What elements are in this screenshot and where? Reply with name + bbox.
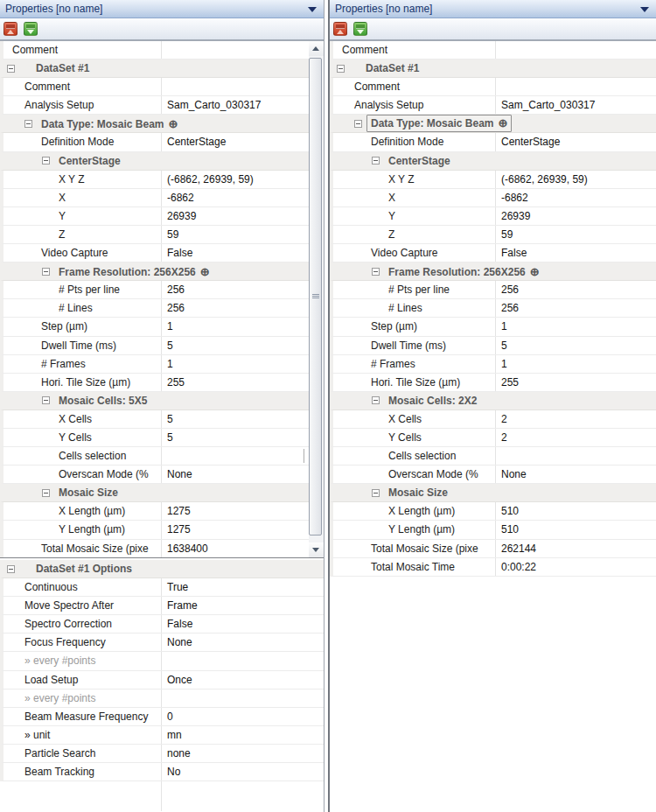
property-value[interactable]: No <box>162 763 324 780</box>
property-value[interactable]: none <box>162 745 324 762</box>
property-value[interactable]: Sam_Carto_030317 <box>496 96 656 114</box>
property-value[interactable] <box>162 652 324 669</box>
property-value[interactable]: 1 <box>496 318 656 335</box>
property-value[interactable] <box>162 447 309 465</box>
panel-titlebar[interactable]: Properties [no name] <box>330 0 656 18</box>
scroll-down-button[interactable] <box>309 542 324 557</box>
circled-plus-icon[interactable]: ⊕ <box>200 265 210 278</box>
property-value[interactable]: None <box>162 634 324 651</box>
property-value[interactable]: None <box>162 466 309 483</box>
property-value[interactable]: 26939 <box>162 207 309 225</box>
property-value[interactable]: 255 <box>496 374 656 391</box>
property-value[interactable]: False <box>496 244 656 262</box>
property-row[interactable]: Definition ModeCenterStage <box>0 133 309 151</box>
property-value[interactable]: (-6862, 26939, 59) <box>496 171 656 188</box>
property-value[interactable]: 5 <box>496 337 656 354</box>
panel-titlebar[interactable]: Properties [no name] <box>0 0 324 18</box>
property-value[interactable]: mn <box>162 726 324 744</box>
property-row[interactable]: # Frames1 <box>0 355 309 374</box>
property-value[interactable]: True <box>162 578 324 596</box>
property-row[interactable]: Overscan Mode (%None <box>0 466 309 484</box>
property-value[interactable]: 262144 <box>496 540 656 557</box>
collapse-glyph-icon[interactable] <box>42 489 50 497</box>
property-value[interactable]: Frame <box>162 597 324 614</box>
property-value[interactable]: 0:00:22 <box>496 558 656 576</box>
collapse-glyph-icon[interactable] <box>372 489 380 497</box>
property-value[interactable]: 510 <box>496 521 656 538</box>
group-header-row[interactable]: Frame Resolution: 256X256⊕ <box>330 262 656 281</box>
property-value[interactable]: 256 <box>496 299 656 317</box>
property-row[interactable]: Step (µm)1 <box>330 318 656 336</box>
expand-all-button[interactable] <box>24 22 38 36</box>
scrollbar-thumb[interactable] <box>309 58 322 536</box>
property-value[interactable] <box>162 690 324 707</box>
property-row[interactable]: Y26939 <box>0 207 309 226</box>
group-header-row[interactable]: Data Type: Mosaic Beam⊕ <box>330 115 656 133</box>
property-value[interactable]: 1 <box>496 355 656 373</box>
property-value[interactable] <box>162 78 309 95</box>
collapse-glyph-icon[interactable] <box>7 65 15 73</box>
property-value[interactable]: Once <box>162 671 324 689</box>
collapse-glyph-icon[interactable] <box>354 120 362 128</box>
property-row[interactable]: ContinuousTrue <box>0 578 324 597</box>
property-value[interactable]: None <box>496 466 656 483</box>
group-header-row[interactable]: CenterStage <box>330 152 656 171</box>
group-header-row[interactable]: Mosaic Size <box>330 484 656 502</box>
property-row[interactable]: Comment <box>0 41 309 60</box>
property-value[interactable]: CenterStage <box>162 133 309 150</box>
property-row[interactable]: X Y Z(-6862, 26939, 59) <box>0 171 309 189</box>
property-row[interactable]: Y Length (µm)1275 <box>0 521 309 539</box>
property-value[interactable] <box>496 447 656 465</box>
property-value[interactable]: 1 <box>162 318 309 335</box>
property-row[interactable]: Video CaptureFalse <box>330 244 656 262</box>
property-value[interactable]: 256 <box>162 299 309 317</box>
property-row[interactable]: Spectro CorrectionFalse <box>0 615 324 634</box>
property-row[interactable]: Analysis SetupSam_Carto_030317 <box>0 96 309 115</box>
property-row[interactable]: Cells selection <box>0 447 309 466</box>
vertical-scrollbar[interactable] <box>309 41 324 557</box>
property-value[interactable]: 256 <box>496 281 656 298</box>
property-row[interactable]: Y Cells2 <box>330 429 656 447</box>
property-row[interactable]: Definition ModeCenterStage <box>330 133 656 151</box>
property-value[interactable]: CenterStage <box>496 133 656 150</box>
collapse-glyph-icon[interactable] <box>337 65 345 73</box>
property-row[interactable]: # Lines256 <box>330 299 656 318</box>
property-row[interactable]: # Lines256 <box>0 299 309 318</box>
dropdown-arrow-icon[interactable] <box>308 7 317 12</box>
property-row[interactable]: » every #points <box>0 690 324 708</box>
collapse-all-button[interactable] <box>3 22 17 36</box>
group-header-row[interactable]: Mosaic Cells: 5X5 <box>0 392 309 410</box>
property-row[interactable]: Overscan Mode (%None <box>330 466 656 484</box>
property-row[interactable]: Z59 <box>0 226 309 244</box>
property-value[interactable]: 0 <box>162 708 324 725</box>
property-row[interactable]: Total Mosaic Size (pixe1638400 <box>0 540 309 557</box>
property-value[interactable]: 26939 <box>496 207 656 225</box>
property-value[interactable]: 1275 <box>162 521 309 538</box>
property-value[interactable] <box>496 78 656 95</box>
property-row[interactable]: Y Cells5 <box>0 429 309 447</box>
property-value[interactable]: 5 <box>162 410 309 428</box>
property-row[interactable]: Dwell Time (ms)5 <box>330 337 656 355</box>
group-header-row[interactable]: DataSet #1 <box>0 60 309 78</box>
property-value[interactable] <box>162 41 309 59</box>
property-value[interactable] <box>496 41 656 59</box>
dropdown-arrow-icon[interactable] <box>640 7 649 12</box>
group-header-row[interactable]: Mosaic Cells: 2X2 <box>330 392 656 410</box>
property-row[interactable]: # Pts per line256 <box>330 281 656 299</box>
property-row[interactable]: Cells selection <box>330 447 656 466</box>
property-row[interactable]: # Frames1 <box>330 355 656 374</box>
property-row[interactable]: X-6862 <box>330 189 656 207</box>
collapse-glyph-icon[interactable] <box>42 157 50 164</box>
group-header-row[interactable]: DataSet #1 Options <box>0 560 324 578</box>
property-row[interactable]: Comment <box>0 78 309 96</box>
property-row[interactable]: Total Mosaic Time0:00:22 <box>330 558 656 577</box>
group-header-row[interactable]: CenterStage <box>0 152 309 171</box>
property-value[interactable]: 1275 <box>162 502 309 520</box>
property-value[interactable]: False <box>162 244 309 262</box>
property-value[interactable]: 255 <box>162 374 309 391</box>
property-row[interactable]: » unitmn <box>0 726 324 745</box>
group-header-row[interactable]: DataSet #1 <box>330 60 656 78</box>
property-row[interactable]: Beam TrackingNo <box>0 763 324 781</box>
property-row[interactable]: X Cells5 <box>0 410 309 429</box>
collapse-glyph-icon[interactable] <box>42 396 50 404</box>
